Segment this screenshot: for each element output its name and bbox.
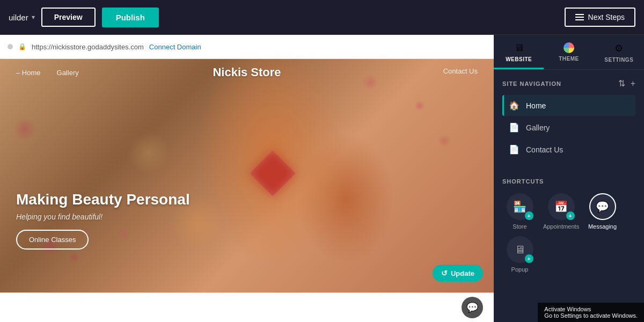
- activate-windows-line1: Activate Windows: [544, 306, 638, 312]
- appointments-label: Appointments: [543, 223, 579, 230]
- online-classes-button[interactable]: Online Classes: [16, 230, 89, 250]
- popup-icon: 🖥: [515, 244, 525, 256]
- section-actions: ⇅ +: [618, 78, 635, 89]
- sidebar-item-gallery[interactable]: 📄 Gallery: [502, 117, 635, 138]
- top-bar: uilder ▾ Preview Publish Next Steps: [0, 0, 644, 35]
- shortcuts-grid: 🏪 + Store 📅 + Appointments 💬: [502, 193, 635, 273]
- messaging-icon: 💬: [596, 200, 609, 213]
- messaging-icon-wrap: 💬: [589, 193, 616, 220]
- shortcuts-section: SHORTCUTS 🏪 + Store 📅 + Appointm: [494, 170, 644, 279]
- store-icon-wrap: 🏪 +: [507, 193, 533, 220]
- filter-icon-button[interactable]: ⇅: [618, 78, 625, 89]
- store-add-icon: +: [525, 211, 533, 220]
- connect-domain-link[interactable]: Connect Domain: [149, 43, 201, 51]
- list-icon: [575, 14, 584, 20]
- nav-contact-link[interactable]: Contact Us: [443, 67, 478, 75]
- canvas: 🔒 https://nickisstore.godaddysites.com C…: [0, 35, 494, 322]
- tab-theme-label: THEME: [559, 56, 579, 62]
- bottom-strip: 💬: [0, 292, 494, 322]
- shortcuts-title: SHORTCUTS: [502, 178, 635, 185]
- tab-website-label: WEBSITE: [506, 56, 532, 62]
- home-icon: 🏠: [509, 100, 519, 111]
- hero-subtext: Helping you find beautiful!: [16, 213, 190, 221]
- website-preview: – Home Gallery Nickis Store Contact Us M…: [0, 59, 494, 292]
- main-area: 🔒 https://nickisstore.godaddysites.com C…: [0, 35, 644, 322]
- store-icon: 🏪: [513, 200, 526, 213]
- appointments-icon: 📅: [554, 200, 568, 213]
- builder-logo[interactable]: uilder ▾: [9, 13, 35, 22]
- site-title: Nickis Store: [213, 65, 281, 79]
- store-label: Store: [513, 223, 526, 230]
- address-bar: 🔒 https://nickisstore.godaddysites.com C…: [0, 35, 494, 59]
- appointments-add-icon: +: [566, 211, 575, 220]
- hero-content: Making Beauty Personal Helping you find …: [16, 191, 190, 250]
- tab-settings-label: SETTINGS: [604, 57, 633, 63]
- add-page-button[interactable]: +: [631, 78, 635, 89]
- nav-home-link[interactable]: – Home: [16, 69, 41, 77]
- address-dot: [8, 44, 13, 49]
- shortcut-messaging[interactable]: 💬 Messaging: [585, 193, 620, 230]
- hero-nav: – Home Gallery Nickis Store Contact Us: [0, 59, 494, 86]
- site-navigation-title: SITE NAVIGATION: [502, 80, 561, 87]
- popup-icon-wrap: 🖥 +: [507, 236, 533, 263]
- tab-website[interactable]: 🖥 WEBSITE: [494, 35, 544, 69]
- sidebar: 🖥 WEBSITE THEME ⚙ SETTINGS SITE NAVIGATI…: [494, 35, 644, 322]
- page-icon-gallery: 📄: [509, 122, 519, 133]
- hero-heading: Making Beauty Personal: [16, 191, 190, 208]
- sidebar-item-contact[interactable]: 📄 Contact Us: [502, 139, 635, 160]
- update-icon: ↺: [441, 269, 448, 277]
- messaging-label: Messaging: [588, 223, 617, 230]
- tab-settings[interactable]: ⚙ SETTINGS: [594, 35, 644, 69]
- activate-windows-notice: Activate Windows Go to Settings to activ…: [538, 303, 644, 322]
- shortcut-popup[interactable]: 🖥 + Popup: [502, 236, 537, 273]
- flowers-blur: [0, 59, 494, 292]
- update-label: Update: [451, 269, 474, 277]
- nav-home-label: Home: [526, 101, 546, 110]
- chat-icon: 💬: [466, 302, 478, 313]
- publish-button[interactable]: Publish: [102, 8, 159, 27]
- preview-button[interactable]: Preview: [41, 8, 96, 27]
- site-navigation-section: SITE NAVIGATION ⇅ + 🏠 Home 📄 Gallery 📄 C…: [494, 70, 644, 165]
- update-button[interactable]: ↺ Update: [433, 265, 483, 282]
- chat-button[interactable]: 💬: [462, 297, 483, 318]
- sidebar-item-home[interactable]: 🏠 Home: [502, 95, 635, 116]
- appointments-icon-wrap: 📅 +: [548, 193, 575, 220]
- theme-circle-icon: [564, 42, 574, 53]
- nav-gallery-label: Gallery: [526, 123, 550, 132]
- url-text: https://nickisstore.godaddysites.com: [32, 43, 144, 51]
- activate-windows-line2: Go to Settings to activate Windows.: [544, 312, 638, 319]
- next-steps-label: Next Steps: [588, 13, 625, 21]
- nav-contact-label: Contact Us: [526, 145, 563, 154]
- section-header: SITE NAVIGATION ⇅ +: [502, 78, 635, 89]
- chevron-down-icon: ▾: [32, 13, 35, 21]
- settings-icon: ⚙: [614, 42, 623, 54]
- next-steps-button[interactable]: Next Steps: [565, 8, 635, 27]
- sidebar-tabs: 🖥 WEBSITE THEME ⚙ SETTINGS: [494, 35, 644, 70]
- popup-add-icon: +: [525, 254, 533, 263]
- nav-gallery-link[interactable]: Gallery: [57, 69, 79, 77]
- page-icon-contact: 📄: [509, 144, 519, 155]
- tab-theme[interactable]: THEME: [544, 35, 594, 69]
- popup-label: Popup: [511, 266, 529, 273]
- shortcut-store[interactable]: 🏪 + Store: [502, 193, 537, 230]
- builder-label-text: uilder: [9, 13, 28, 22]
- lock-icon: 🔒: [18, 43, 26, 50]
- shortcut-appointments[interactable]: 📅 + Appointments: [544, 193, 579, 230]
- website-icon: 🖥: [514, 42, 524, 54]
- hero-section: – Home Gallery Nickis Store Contact Us M…: [0, 59, 494, 292]
